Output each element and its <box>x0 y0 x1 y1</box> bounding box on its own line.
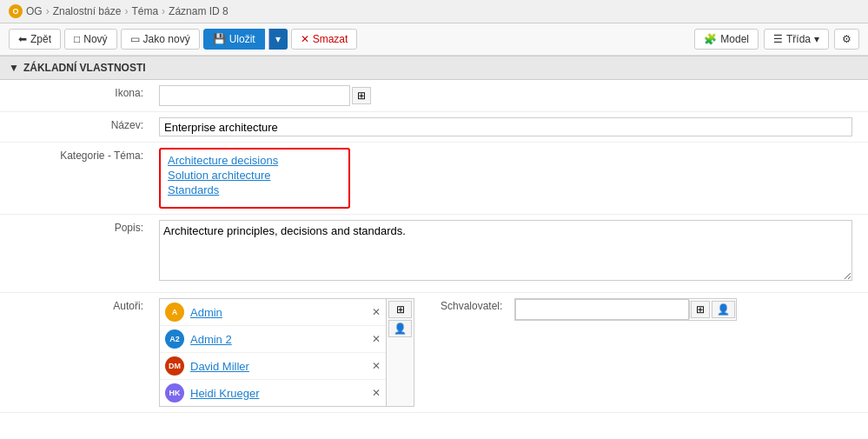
avatar: DM <box>165 356 184 376</box>
category-row: Kategorie - Téma: Architecture decisions… <box>0 143 868 215</box>
authors-label: Autoři: <box>0 293 152 319</box>
name-row: Název: <box>0 112 868 143</box>
approver-container: ⊞ 👤 <box>514 298 737 321</box>
class-button[interactable]: ☰ Třída ▾ <box>764 29 829 50</box>
category-value: Architecture decisions Solution architec… <box>152 143 868 214</box>
save-icon: 💾 <box>213 33 226 45</box>
add-author-person-button[interactable]: 👤 <box>388 320 412 337</box>
logo-icon: O <box>9 4 23 18</box>
remove-author-button[interactable]: ✕ <box>372 306 381 318</box>
clone-button[interactable]: ▭ Jako nový <box>121 29 200 50</box>
class-chevron-icon: ▾ <box>814 33 819 45</box>
description-label: Popis: <box>0 215 152 241</box>
delete-icon: ✕ <box>301 33 309 45</box>
list-item: A2 Admin 2 ✕ <box>160 326 386 353</box>
description-value: Architecture principles, decisions and s… <box>152 215 868 289</box>
author-name[interactable]: Admin <box>190 306 362 319</box>
chevron-down-icon: ▾ <box>275 33 281 45</box>
model-label: Model <box>720 33 749 45</box>
icon-label: Ikona: <box>0 80 152 106</box>
authors-row: Autoři: A Admin ✕ A2 Admin 2 ✕ DM David … <box>0 293 868 413</box>
authors-list: A Admin ✕ A2 Admin 2 ✕ DM David Miller ✕… <box>160 299 386 406</box>
approver-buttons: ⊞ 👤 <box>689 300 736 319</box>
avatar: A <box>165 303 184 322</box>
add-author-button[interactable]: ⊞ <box>388 301 412 318</box>
name-value <box>152 112 868 142</box>
description-row: Popis: Architecture principles, decision… <box>0 215 868 293</box>
icon-input-field[interactable] <box>159 85 350 106</box>
icon-row: Ikona: ⊞ <box>0 80 868 112</box>
toolbar-left: ⬅ Zpět □ Nový ▭ Jako nový 💾 Uložit ▾ ✕ S… <box>9 29 691 50</box>
save-label: Uložit <box>229 33 255 45</box>
class-icon: ☰ <box>773 33 783 45</box>
category-link-0[interactable]: Architecture decisions <box>168 154 341 167</box>
gear-icon: ⚙ <box>842 33 851 45</box>
avatar: A2 <box>165 329 184 349</box>
add-approver-button[interactable]: ⊞ <box>691 301 710 318</box>
remove-author-button[interactable]: ✕ <box>372 360 381 372</box>
settings-button[interactable]: ⚙ <box>834 29 859 50</box>
category-label: Kategorie - Téma: <box>0 143 152 169</box>
author-name[interactable]: Heidi Krueger <box>190 387 362 400</box>
back-button[interactable]: ⬅ Zpět <box>9 29 61 50</box>
category-field: Architecture decisions Solution architec… <box>159 148 350 209</box>
clone-label: Jako nový <box>143 33 190 45</box>
form-area: Ikona: ⊞ Název: Kategorie - Téma: Archit… <box>0 80 868 413</box>
author-name[interactable]: David Miller <box>190 360 362 373</box>
back-icon: ⬅ <box>18 33 27 45</box>
breadcrumb-kb: Znalostní báze <box>53 5 122 17</box>
breadcrumb: O OG › Znalostní báze › Téma › Záznam ID… <box>0 0 868 23</box>
authors-controls: ⊞ 👤 <box>386 299 414 406</box>
category-link-2[interactable]: Standards <box>168 183 341 196</box>
authors-value: A Admin ✕ A2 Admin 2 ✕ DM David Miller ✕… <box>152 293 868 412</box>
breadcrumb-tema: Téma <box>131 5 158 17</box>
list-item: HK Heidi Krueger ✕ <box>160 380 386 406</box>
avatar: HK <box>165 383 184 402</box>
add-approver-person-button[interactable]: 👤 <box>712 301 735 318</box>
clone-icon: ▭ <box>130 33 140 45</box>
name-input[interactable] <box>159 117 852 136</box>
name-label: Název: <box>0 112 152 138</box>
list-item: A Admin ✕ <box>160 299 386 326</box>
approver-input[interactable] <box>515 299 689 320</box>
author-name[interactable]: Admin 2 <box>190 333 362 346</box>
model-button[interactable]: 🧩 Model <box>694 29 759 50</box>
breadcrumb-record: Záznam ID 8 <box>169 5 229 17</box>
save-dropdown-button[interactable]: ▾ <box>268 29 288 50</box>
new-button[interactable]: □ Nový <box>64 29 117 50</box>
new-label: Nový <box>83 33 107 45</box>
section-title: ZÁKLADNÍ VLASTNOSTI <box>23 62 146 74</box>
class-label: Třída <box>786 33 811 45</box>
breadcrumb-og: OG <box>26 5 43 17</box>
section-collapse-icon[interactable]: ▼ <box>9 62 19 74</box>
description-input[interactable]: Architecture principles, decisions and s… <box>159 220 852 281</box>
approver-label: Schvalovatel: <box>441 298 502 312</box>
category-link-1[interactable]: Solution architecture <box>168 169 341 182</box>
section-header: ▼ ZÁKLADNÍ VLASTNOSTI <box>0 56 868 80</box>
model-icon: 🧩 <box>704 33 717 45</box>
toolbar: ⬅ Zpět □ Nový ▭ Jako nový 💾 Uložit ▾ ✕ S… <box>0 23 868 56</box>
icon-pick-button[interactable]: ⊞ <box>352 87 371 104</box>
remove-author-button[interactable]: ✕ <box>372 387 381 399</box>
delete-button[interactable]: ✕ Smazat <box>291 29 358 50</box>
authors-container: A Admin ✕ A2 Admin 2 ✕ DM David Miller ✕… <box>159 298 414 407</box>
new-icon: □ <box>74 33 80 45</box>
back-label: Zpět <box>30 33 51 45</box>
save-button[interactable]: 💾 Uložit <box>203 29 265 50</box>
remove-author-button[interactable]: ✕ <box>372 333 381 345</box>
icon-value: ⊞ <box>152 80 868 111</box>
list-item: DM David Miller ✕ <box>160 353 386 380</box>
approver-section: Schvalovatel: ⊞ 👤 <box>441 298 737 407</box>
delete-label: Smazat <box>313 33 348 45</box>
toolbar-right: 🧩 Model ☰ Třída ▾ ⚙ <box>694 29 859 50</box>
